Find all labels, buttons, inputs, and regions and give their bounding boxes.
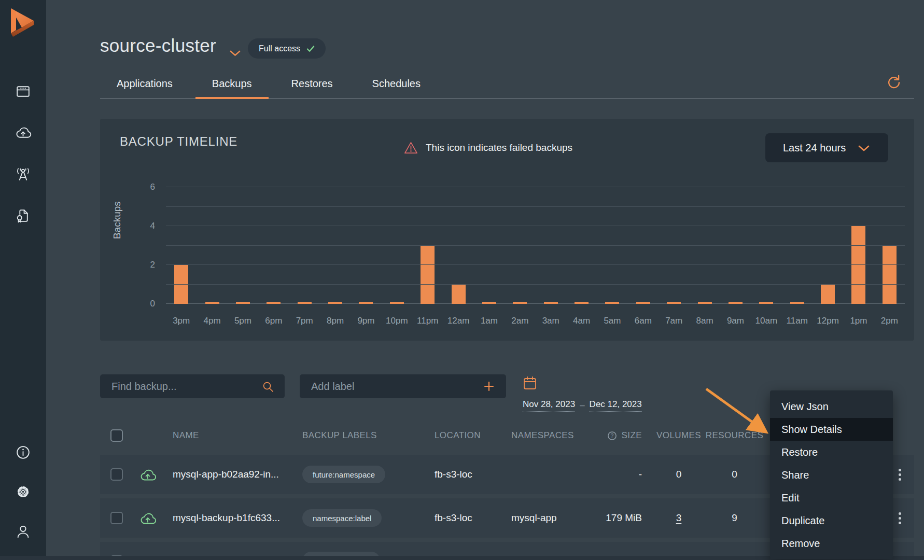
chart-x-tick-label: 2pm [874,316,905,326]
chart-x-tick-label: 10pm [382,316,412,326]
chart-bar-slot [412,187,443,304]
chart-bar [390,302,404,304]
row-context-menu: View JsonShow DetailsRestoreShareEditDup… [770,390,893,559]
svg-text:?: ? [610,433,613,439]
tab-schedules[interactable]: Schedules [356,72,437,98]
panel-title: BACKUP TIMELINE [120,134,237,149]
chart-bar [298,302,312,304]
cloud-backup-icon[interactable] [15,124,32,142]
time-range-label: Last 24 hours [783,142,846,154]
search-icon [261,380,274,393]
chart-bar-slot [659,187,689,304]
menu-item-show-details[interactable]: Show Details [770,418,893,441]
chart-bar [328,302,342,304]
chart-bar-slot [597,187,627,304]
tab-restores[interactable]: Restores [275,72,349,98]
portworx-logo[interactable] [9,7,36,38]
chart-bar-slot [166,187,197,304]
refresh-icon[interactable] [885,73,902,90]
broadcast-tower-icon[interactable] [15,166,32,183]
tab-backups[interactable]: Backups [195,72,269,98]
table-header-col-namespaces: NAMESPACES [511,430,588,441]
chart-bar-slot [720,187,751,304]
chart-bar [851,226,865,304]
chart-x-tick-label: 10am [751,316,781,326]
tab-bar: ApplicationsBackupsRestoresSchedules [100,72,914,99]
chart-bar [544,302,558,304]
chart-y-tick-label: 0 [134,299,155,309]
chart-gridline [166,187,905,187]
chart-bar-slot [751,187,781,304]
chart-bar [883,246,897,304]
date-to[interactable]: Dec 12, 2023 [590,399,642,412]
chart-x-tick-labels: 3pm4pm5pm6pm7pm8pm9pm10pm11pm12am1am2am3… [166,316,905,326]
chart-x-tick-label: 8pm [320,316,351,326]
settings-gear-icon[interactable] [15,483,32,500]
chart-bar [575,302,589,304]
chart-bar-slot [874,187,905,304]
add-label-input[interactable] [300,381,482,393]
chart-x-tick-label: 6am [628,316,659,326]
chart-x-tick-label: 8am [689,316,720,326]
sidebar [0,0,46,560]
chart-bar-slot [258,187,289,304]
backup-volumes: 0 [655,469,702,480]
license-document-icon[interactable] [15,207,32,225]
chart-x-tick-label: 5pm [228,316,258,326]
chart-x-tick-label: 2am [505,316,535,326]
backup-name: mysql-backup-b1fc633... [173,512,302,524]
chart-bar-slot [689,187,720,304]
time-range-selector[interactable]: Last 24 hours [765,133,888,162]
chart-bar [359,302,373,304]
plus-icon[interactable] [482,380,496,393]
calendar-icon[interactable] [523,375,537,392]
date-from[interactable]: Nov 28, 2023 [523,399,575,412]
row-checkbox[interactable] [110,512,123,524]
tab-applications[interactable]: Applications [100,72,189,98]
menu-item-edit[interactable]: Edit [770,486,893,509]
chart-x-tick-label: 12am [443,316,473,326]
menu-item-view-json[interactable]: View Json [770,395,893,418]
menu-item-share[interactable]: Share [770,464,893,486]
chart-bars [166,187,905,304]
chart-bar-slot [351,187,381,304]
applications-window-icon[interactable] [15,83,32,100]
menu-item-duplicate[interactable]: Duplicate [770,509,893,532]
find-backup-input[interactable] [100,381,261,393]
warning-triangle-icon [404,141,418,154]
select-all-checkbox[interactable] [110,429,123,442]
chart-bar [636,302,650,304]
user-icon[interactable] [15,523,32,540]
backup-size: 179 MiB [588,512,655,524]
chart-bar [174,265,188,304]
chart-bar-slot [443,187,473,304]
chart-x-tick-label: 1am [474,316,505,326]
chart-x-tick-label: 3am [536,316,566,326]
menu-item-remove[interactable]: Remove [770,532,893,555]
sidebar-nav [0,83,46,225]
backup-namespaces: mysql-app [511,512,588,524]
chart-bar-slot [289,187,320,304]
backup-volumes[interactable]: 3 [655,512,702,524]
backup-location: fb-s3-loc [435,512,511,524]
chart-y-tick-label: 4 [134,221,155,231]
menu-item-restore[interactable]: Restore [770,441,893,464]
sidebar-footer-nav [0,444,46,540]
info-icon[interactable] [15,444,32,461]
chart-x-tick-label: 1pm [843,316,874,326]
backup-resources: 0 [702,469,767,480]
chart-y-axis-label: Backups [111,201,123,239]
chart-bar-slot [628,187,659,304]
backup-timeline-panel: BACKUP TIMELINE This icon indicates fail… [100,119,914,341]
question-circle-icon: ? [607,431,617,441]
chart-bar [267,302,281,304]
chart-x-tick-label: 4pm [197,316,227,326]
chart-gridline [166,226,905,226]
cluster-dropdown-chevron-icon[interactable] [229,49,242,58]
chart-bar-slot [782,187,813,304]
row-checkbox[interactable] [110,468,123,481]
cluster-title: source-cluster [100,35,216,56]
chevron-down-icon [857,144,871,152]
backup-name: mysql-app-b02aa92-in... [173,469,302,480]
chart-gridline [166,284,905,285]
